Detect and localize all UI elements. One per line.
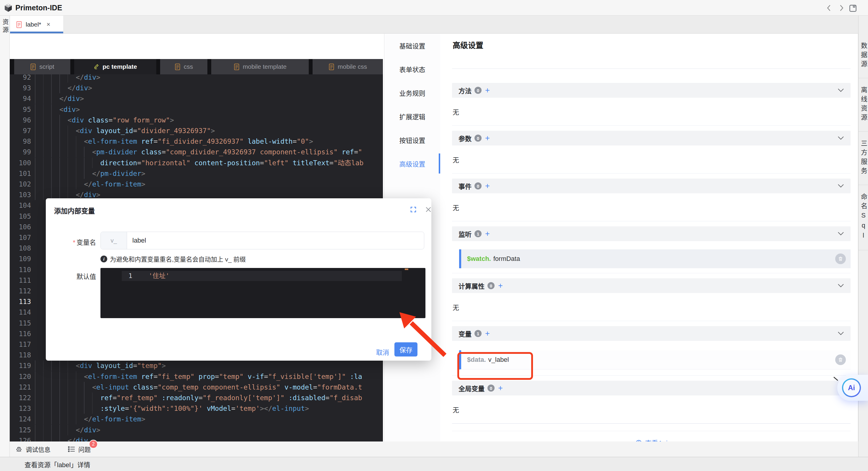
tab-close-icon[interactable]: ×: [47, 21, 51, 28]
code-line[interactable]: 100direction="horizontal" content-positi…: [10, 158, 383, 168]
editor-tab-label: mobile css: [338, 63, 367, 70]
problems-count-badge: 2: [89, 440, 98, 448]
code-line[interactable]: 93</div>: [10, 82, 383, 93]
code-line-text: direction="horizontal" content-position=…: [35, 158, 363, 168]
editor-tab-script[interactable]: script: [14, 59, 70, 74]
code-line[interactable]: 122ref="ref_temp" :readonly="f_readonly[…: [10, 393, 383, 403]
chevron-down-icon[interactable]: [838, 232, 844, 236]
section-参数: 参数0+无: [452, 131, 850, 173]
line-number: 121: [10, 382, 31, 393]
indent-guides: [35, 158, 100, 168]
add-icon[interactable]: +: [485, 230, 490, 237]
section-label: 参数: [459, 133, 471, 143]
add-icon[interactable]: +: [485, 87, 490, 94]
indent-guides: [35, 104, 59, 115]
section-header[interactable]: 方法0+: [452, 83, 850, 98]
resource-strip-label[interactable]: 资源: [0, 19, 9, 35]
editor-tab-css[interactable]: css: [160, 59, 208, 74]
section-header[interactable]: 事件0+: [452, 178, 850, 193]
line-number: 95: [10, 104, 31, 115]
code-line[interactable]: 125</div>: [10, 425, 383, 435]
ai-assistant-button[interactable]: Ai: [837, 375, 868, 401]
chevron-down-icon[interactable]: [838, 331, 844, 336]
right-strip-item-3[interactable]: 三方服务: [859, 132, 868, 185]
section-header[interactable]: 计算属性0+: [452, 278, 850, 293]
view-api-link[interactable]: 查看Api: [452, 434, 850, 441]
add-icon[interactable]: +: [485, 182, 490, 190]
code-line[interactable]: 92</div>: [10, 74, 383, 82]
section-header[interactable]: 参数0+: [452, 131, 850, 145]
code-line[interactable]: 96<div class="row form_row">: [10, 115, 383, 126]
chevron-down-icon[interactable]: [838, 184, 844, 188]
list-item-formData[interactable]: $watch.formData: [459, 249, 850, 268]
code-line[interactable]: 97<div layout_id="divider_49326937">: [10, 126, 383, 136]
save-button[interactable]: 保存: [395, 342, 417, 357]
add-icon[interactable]: +: [498, 384, 503, 392]
delete-button[interactable]: [835, 254, 846, 264]
nav-forward-icon[interactable]: [837, 4, 845, 12]
debug-info-button[interactable]: 调试信息: [15, 445, 51, 453]
section-header[interactable]: 变量1+: [452, 326, 850, 341]
code-line[interactable]: 94</div>: [10, 93, 383, 104]
tab-label[interactable]: label* ×: [10, 15, 63, 33]
settings-nav-item-5[interactable]: 按钮设置: [384, 128, 440, 152]
chevron-down-icon[interactable]: [838, 88, 844, 92]
editor-tab-pc-template[interactable]: pc template: [74, 59, 156, 74]
item-prefix: $watch.: [467, 255, 491, 263]
indent-guides: [35, 414, 84, 425]
right-strip-item-1[interactable]: 数据源: [859, 34, 868, 78]
code-line[interactable]: 95<div>: [10, 104, 383, 115]
code-line[interactable]: 126</div: [10, 435, 383, 441]
add-icon[interactable]: +: [498, 282, 503, 289]
advanced-settings-panel: 高级设置 方法0+无参数0+无事件0+无监听1+$watch.formData计…: [440, 34, 858, 441]
editor-tab-label: mobile template: [243, 63, 286, 70]
code-line[interactable]: 101</pm-divider>: [10, 168, 383, 179]
cancel-button[interactable]: 取消: [373, 345, 392, 358]
line-number: 1: [124, 271, 132, 281]
code-line[interactable]: 98<el-form-item ref="fi_divider_49326937…: [10, 136, 383, 147]
list-item-v_label[interactable]: $data.v_label: [459, 350, 850, 369]
add-icon[interactable]: +: [485, 135, 490, 142]
close-icon[interactable]: [425, 206, 432, 213]
editor-tab-mobile-template[interactable]: mobile template: [211, 59, 309, 74]
line-number: 117: [10, 339, 31, 350]
settings-nav-item-1[interactable]: 基础设置: [384, 34, 440, 57]
count-badge: 0: [474, 182, 482, 190]
indent-guides: [35, 403, 100, 414]
editor-tab-mobile-css[interactable]: mobile css: [313, 59, 383, 74]
indent-guides: [35, 82, 68, 93]
default-value-editor[interactable]: 1 '住址': [100, 268, 426, 318]
code-line[interactable]: 124</el-form-item>: [10, 414, 383, 425]
code-line[interactable]: 123:style='{"width":"100%"}' vModel='tem…: [10, 403, 383, 414]
section-header[interactable]: 监听1+: [452, 226, 850, 241]
settings-nav-item-3[interactable]: 业务规则: [384, 81, 440, 104]
section-label: 计算属性: [459, 281, 485, 291]
file-icon: [329, 63, 335, 70]
indent-guides: [35, 168, 92, 179]
code-line[interactable]: 119<div layout_id="temp">: [10, 360, 383, 371]
settings-nav-item-2[interactable]: 表单状态: [384, 57, 440, 81]
chevron-down-icon[interactable]: [838, 136, 844, 140]
delete-button[interactable]: [835, 355, 846, 365]
title-bar: Primeton-IDE: [0, 0, 868, 15]
right-strip-item-2[interactable]: 离线资源: [859, 78, 868, 132]
document-tab-bar: label* ×: [10, 15, 858, 34]
chevron-down-icon[interactable]: [838, 283, 844, 288]
right-strip-item-4[interactable]: 命名Sql: [859, 185, 868, 250]
add-icon[interactable]: +: [485, 330, 490, 337]
settings-nav-item-4[interactable]: 扩展逻辑: [384, 104, 440, 128]
nav-back-icon[interactable]: [825, 4, 833, 12]
problems-button[interactable]: 问题 2: [68, 445, 91, 453]
code-line[interactable]: 120<el-form-item ref="fi_temp" prop="tem…: [10, 371, 383, 382]
section-header[interactable]: 全局变量0+: [452, 381, 850, 396]
variable-name-input[interactable]: v_ label: [100, 232, 424, 249]
line-number: 102: [10, 179, 31, 190]
code-line[interactable]: 102</el-form-item>: [10, 179, 383, 190]
fullscreen-icon[interactable]: [410, 206, 417, 213]
code-line[interactable]: 99<pm-divider class="comp_divider_493269…: [10, 147, 383, 157]
settings-nav-item-6[interactable]: 高级设置: [384, 152, 440, 175]
add-internal-variable-dialog: 添加内部变量 *变量名 v_ label i 为避免和内置变量重名,变量名会自动…: [46, 198, 431, 361]
code-line[interactable]: 121<el-input class="comp_temp component-…: [10, 382, 383, 393]
save-icon[interactable]: [848, 4, 857, 13]
count-badge: 1: [474, 330, 482, 337]
